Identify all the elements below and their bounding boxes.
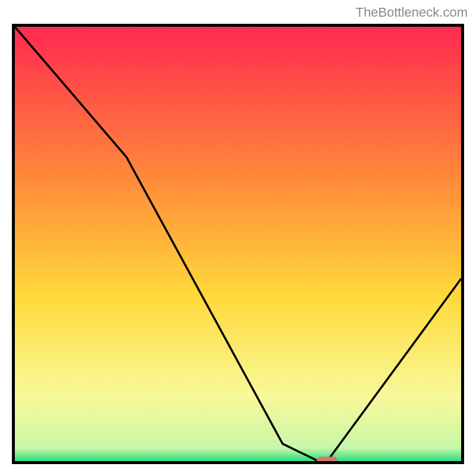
plot-area [15,27,461,461]
optimum-marker [317,457,338,462]
watermark-text: TheBottleneck.com [356,5,468,20]
plot-frame [12,24,464,464]
bottleneck-curve [15,27,461,461]
chart-container: TheBottleneck.com [0,0,476,476]
